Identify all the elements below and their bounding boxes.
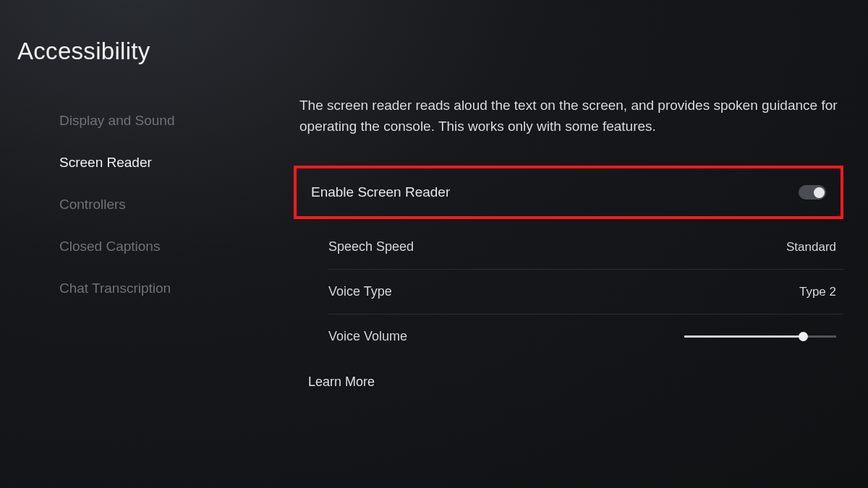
speech-speed-value: Standard [786,240,836,254]
voice-type-row[interactable]: Voice Type Type 2 [328,270,843,314]
sidebar-item-display-and-sound[interactable]: Display and Sound [59,100,247,142]
toggle-knob-icon [814,187,825,198]
voice-type-value: Type 2 [799,285,836,299]
voice-volume-slider[interactable] [684,335,836,338]
speech-speed-row[interactable]: Speech Speed Standard [328,225,843,270]
learn-more-row[interactable]: Learn More [294,359,843,406]
screen-reader-sub-settings: Speech Speed Standard Voice Type Type 2 … [294,225,843,359]
learn-more-label: Learn More [294,374,375,389]
speech-speed-label: Speech Speed [328,239,414,254]
sidebar-item-screen-reader[interactable]: Screen Reader [59,142,247,184]
enable-screen-reader-row[interactable]: Enable Screen Reader [297,168,841,216]
sidebar: Display and Sound Screen Reader Controll… [59,100,247,309]
enable-screen-reader-toggle[interactable] [799,185,826,200]
sidebar-item-closed-captions[interactable]: Closed Captions [59,226,247,267]
sidebar-item-controllers[interactable]: Controllers [59,184,247,226]
screen-reader-description: The screen reader reads aloud the text o… [294,95,843,137]
slider-knob-icon [799,332,808,341]
page-title: Accessibility [17,38,150,65]
enable-screen-reader-label: Enable Screen Reader [311,184,450,200]
voice-volume-row[interactable]: Voice Volume [328,314,843,359]
content-panel: The screen reader reads aloud the text o… [294,95,843,406]
voice-type-label: Voice Type [328,284,392,299]
highlight-annotation: Enable Screen Reader [294,166,843,219]
slider-fill [684,335,803,338]
voice-volume-label: Voice Volume [328,329,407,344]
sidebar-item-chat-transcription[interactable]: Chat Transcription [59,267,247,309]
